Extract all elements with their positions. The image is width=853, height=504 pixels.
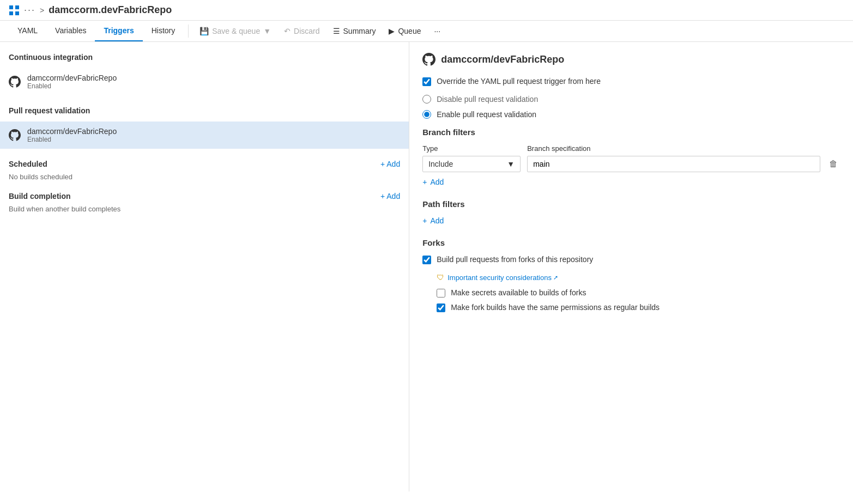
build-completion-add-button[interactable]: + Add	[380, 192, 400, 201]
secrets-checkbox[interactable]	[437, 289, 445, 297]
svg-rect-1	[15, 5, 19, 9]
permissions-label[interactable]: Make fork builds have the same permissio…	[451, 303, 660, 312]
top-bar: ··· > damccorm.devFabricRepo	[0, 0, 853, 21]
add-path-icon: +	[422, 216, 427, 225]
branch-filters-section: Branch filters Type Branch specification…	[422, 127, 840, 186]
save-icon: 💾	[199, 27, 209, 35]
enable-pr-radio-row: Enable pull request validation	[422, 110, 840, 119]
tab-divider	[188, 25, 189, 38]
scheduled-title: Scheduled	[9, 160, 47, 168]
forks-title: Forks	[422, 238, 840, 247]
page-title: damccorm.devFabricRepo	[49, 4, 172, 16]
enable-pr-label[interactable]: Enable pull request validation	[437, 110, 536, 119]
more-options-icon[interactable]: ···	[24, 4, 35, 16]
pr-repo-name: damccorm/devFabricRepo	[27, 127, 117, 136]
right-panel: damccorm/devFabricRepo Override the YAML…	[409, 42, 853, 491]
more-actions-icon: ···	[434, 27, 440, 35]
disable-pr-radio-row: Disable pull request validation	[422, 95, 840, 104]
tab-variables[interactable]: Variables	[46, 21, 95, 41]
save-queue-button[interactable]: 💾 Save & queue ▼	[193, 22, 277, 40]
permissions-checkbox[interactable]	[437, 303, 445, 312]
build-completion-section: Build completion + Add Build when anothe…	[0, 192, 409, 213]
rp-header: damccorm/devFabricRepo	[422, 53, 840, 66]
forks-checkbox-row: Build pull requests from forks of this r…	[422, 255, 840, 264]
summary-icon: ☰	[333, 27, 340, 35]
filter-input-row: Include ▼ 🗑	[422, 156, 840, 172]
scheduled-section: Scheduled + Add No builds scheduled	[0, 160, 409, 181]
permissions-checkbox-row: Make fork builds have the same permissio…	[422, 303, 840, 312]
forks-checkbox-label[interactable]: Build pull requests from forks of this r…	[437, 255, 593, 264]
add-path-filter-button[interactable]: + Add	[422, 216, 840, 225]
branch-spec-input[interactable]	[527, 156, 820, 172]
pr-repo-info: damccorm/devFabricRepo Enabled	[27, 127, 117, 143]
tab-triggers[interactable]: Triggers	[95, 21, 142, 41]
add-branch-icon: +	[422, 178, 427, 186]
tab-bar: YAML Variables Triggers History 💾 Save &…	[0, 21, 853, 42]
override-label[interactable]: Override the YAML pull request trigger f…	[437, 77, 601, 86]
github-icon	[9, 76, 21, 88]
forks-checkbox[interactable]	[422, 256, 431, 264]
add-branch-filter-button[interactable]: + Add	[422, 178, 840, 186]
security-link-text: Important security considerations	[447, 274, 552, 282]
branch-filters-title: Branch filters	[422, 127, 840, 137]
type-select[interactable]: Include ▼	[422, 156, 521, 172]
forks-section: Forks Build pull requests from forks of …	[422, 238, 840, 312]
main-content: Continuous integration damccorm/devFabri…	[0, 42, 853, 491]
pr-repo-item[interactable]: damccorm/devFabricRepo Enabled	[0, 122, 409, 149]
github-icon-right	[422, 53, 435, 66]
secrets-checkbox-row: Make secrets available to builds of fork…	[422, 288, 840, 297]
ci-repo-item[interactable]: damccorm/devFabricRepo Enabled	[0, 68, 409, 95]
rp-repo-title: damccorm/devFabricRepo	[441, 54, 564, 65]
queue-button[interactable]: ▶ Queue	[382, 22, 427, 40]
security-considerations-row: 🛡 Important security considerations ➚	[422, 273, 840, 282]
path-filters-section: Path filters + Add	[422, 199, 840, 225]
scheduled-add-button[interactable]: + Add	[380, 160, 400, 168]
ci-repo-name: damccorm/devFabricRepo	[27, 74, 117, 82]
tab-history[interactable]: History	[143, 21, 184, 41]
type-select-arrow: ▼	[507, 160, 515, 168]
pr-section: Pull request validation damccorm/devFabr…	[0, 106, 409, 149]
svg-rect-3	[15, 11, 19, 15]
svg-rect-0	[9, 5, 13, 9]
tab-yaml[interactable]: YAML	[9, 21, 46, 41]
discard-icon: ↶	[284, 27, 291, 35]
disable-pr-label[interactable]: Disable pull request validation	[437, 95, 538, 104]
security-considerations-link[interactable]: Important security considerations ➚	[447, 274, 558, 282]
svg-rect-2	[9, 11, 13, 15]
path-filters-title: Path filters	[422, 199, 840, 209]
summary-button[interactable]: ☰ Summary	[326, 22, 383, 40]
discard-button[interactable]: ↶ Discard	[277, 22, 326, 40]
shield-icon: 🛡	[437, 273, 444, 282]
queue-icon: ▶	[389, 27, 395, 35]
github-icon-pr	[9, 129, 21, 141]
build-completion-note: Build when another build completes	[0, 205, 409, 213]
add-path-label: Add	[430, 216, 444, 225]
dropdown-arrow-icon: ▼	[263, 27, 271, 35]
enable-pr-radio[interactable]	[422, 110, 431, 119]
disable-pr-radio[interactable]	[422, 95, 431, 104]
no-builds-label: No builds scheduled	[0, 173, 409, 181]
left-panel: Continuous integration damccorm/devFabri…	[0, 42, 409, 491]
ci-repo-info: damccorm/devFabricRepo Enabled	[27, 74, 117, 90]
ci-repo-status: Enabled	[27, 82, 117, 90]
type-select-value: Include	[428, 160, 453, 168]
secrets-label[interactable]: Make secrets available to builds of fork…	[451, 288, 586, 297]
scheduled-header: Scheduled + Add	[0, 160, 409, 168]
pr-repo-status: Enabled	[27, 136, 117, 143]
add-branch-label: Add	[430, 178, 444, 186]
breadcrumb-separator: >	[40, 6, 44, 15]
branch-spec-label: Branch specification	[527, 144, 840, 153]
override-checkbox[interactable]	[422, 77, 431, 86]
type-label: Type	[422, 144, 521, 153]
pr-section-title: Pull request validation	[0, 106, 409, 122]
delete-branch-filter-button[interactable]: 🗑	[827, 157, 840, 171]
app-icon	[9, 5, 20, 16]
more-actions-button[interactable]: ···	[427, 22, 447, 40]
external-link-icon: ➚	[553, 274, 558, 281]
override-checkbox-row: Override the YAML pull request trigger f…	[422, 77, 840, 86]
ci-section-title: Continuous integration	[0, 53, 409, 68]
ci-section: Continuous integration damccorm/devFabri…	[0, 53, 409, 95]
build-completion-title: Build completion	[9, 192, 71, 201]
filter-labels-row: Type Branch specification	[422, 144, 840, 153]
build-completion-header: Build completion + Add	[0, 192, 409, 201]
